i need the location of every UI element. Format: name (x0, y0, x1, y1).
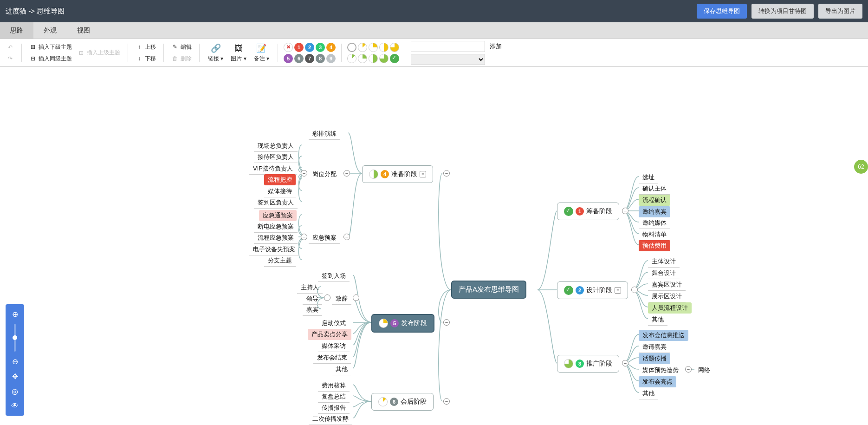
leaf-node[interactable]: 二次传播发酵 (309, 413, 352, 425)
collapse-toggle[interactable]: − (631, 287, 638, 293)
tab-shitu[interactable]: 视图 (67, 22, 100, 39)
delete-button[interactable]: 🗑删除 (169, 54, 194, 64)
leaf-node[interactable]: 领导 (303, 293, 322, 305)
zoom-in-button[interactable]: ⊕ (10, 309, 20, 319)
priority-9-icon[interactable]: 9 (326, 54, 336, 63)
leaf-node[interactable]: 选址 (639, 172, 658, 183)
progress-y75-icon[interactable] (390, 43, 399, 52)
leaf-node[interactable]: 网络 (694, 365, 714, 376)
priority-clear-icon[interactable]: ✕ (284, 43, 293, 52)
add-tag-button[interactable]: 添加 (485, 41, 506, 52)
image-button[interactable]: 🖼图片 ▾ (228, 42, 249, 64)
leaf-node[interactable]: 流程确认 (639, 195, 670, 206)
leaf-node[interactable]: 物料清单 (639, 229, 670, 241)
leaf-node[interactable]: 发布会信息推送 (639, 330, 688, 341)
leaf-node[interactable]: 嘉宾 (303, 304, 322, 316)
move-down-button[interactable]: ↓下移 (134, 54, 158, 64)
progress-g25-icon[interactable] (358, 54, 367, 63)
move-button[interactable]: ✥ (10, 371, 20, 381)
priority-6-icon[interactable]: 6 (294, 54, 304, 63)
insert-child-button[interactable]: ⊞插入下级主题 (27, 42, 74, 52)
breadcrumb-app[interactable]: 进度猫 (6, 7, 26, 15)
leaf-node[interactable]: 签到入场 (318, 270, 350, 282)
collapse-toggle[interactable]: − (353, 294, 359, 301)
note-indicator-icon[interactable]: ≡ (615, 287, 621, 294)
node-stage2[interactable]: 2 设计阶段 ≡ (557, 281, 628, 299)
leaf-node[interactable]: 分支主题 (264, 255, 296, 267)
node-stage6[interactable]: 6 会后阶段 (371, 393, 434, 411)
float-badge[interactable]: 62 (854, 160, 868, 174)
collapse-toggle[interactable]: − (685, 366, 692, 373)
redo-button[interactable]: ↷ (5, 54, 16, 63)
leaf-node[interactable]: 邀约媒体 (639, 217, 670, 229)
leaf-node[interactable]: 电子设备失预案 (249, 244, 299, 255)
leaf-node[interactable]: 人员流程设计 (648, 302, 692, 314)
collapse-toggle[interactable]: − (324, 294, 330, 301)
leaf-node[interactable]: 复盘总结 (318, 391, 350, 403)
leaf-node[interactable]: 其他 (648, 314, 667, 326)
root-node[interactable]: 产品A发布思维导图 (451, 281, 526, 299)
collapse-toggle[interactable]: − (443, 319, 450, 326)
collapse-toggle[interactable]: − (443, 398, 450, 405)
leaf-node[interactable]: 邀约嘉宾 (639, 206, 670, 217)
export-image-button[interactable]: 导出为图片 (818, 4, 862, 19)
tag-input[interactable] (411, 41, 485, 52)
insert-sibling-button[interactable]: ⊟插入同级主题 (27, 54, 74, 64)
tag-select[interactable] (411, 54, 485, 65)
zoom-out-button[interactable]: ⊖ (10, 356, 20, 366)
link-button[interactable]: 🔗链接 ▾ (205, 42, 226, 64)
leaf-node[interactable]: 彩排演练 (309, 128, 340, 140)
leaf-node[interactable]: 断电应急预案 (254, 221, 298, 233)
leaf-node[interactable]: 展示区设计 (648, 291, 686, 302)
leaf-node[interactable]: 主体设计 (648, 256, 680, 268)
leaf-node[interactable]: 应急通预案 (259, 210, 297, 221)
leaf-node[interactable]: 其他 (332, 364, 351, 375)
priority-1-icon[interactable]: 1 (294, 43, 304, 52)
preview-button[interactable]: 👁 (10, 401, 20, 411)
leaf-node[interactable]: 致辞 (332, 293, 351, 305)
priority-3-icon[interactable]: 3 (316, 43, 325, 52)
priority-7-icon[interactable]: 7 (305, 54, 314, 63)
collapse-toggle[interactable]: − (301, 234, 307, 240)
collapse-toggle[interactable]: − (343, 170, 350, 177)
leaf-node[interactable]: 媒体接待 (264, 186, 296, 197)
leaf-node[interactable]: 接待区负责人 (254, 151, 298, 163)
collapse-toggle[interactable]: − (622, 208, 628, 214)
progress-y25-icon[interactable] (369, 43, 378, 52)
leaf-node[interactable]: 应急预案 (309, 232, 340, 244)
leaf-node[interactable]: 流程应急预案 (254, 232, 298, 244)
progress-g12-icon[interactable] (347, 54, 356, 63)
leaf-node[interactable]: 启动仪式 (318, 318, 350, 329)
undo-button[interactable]: ↶ (5, 43, 16, 52)
progress-done-icon[interactable] (390, 54, 399, 63)
leaf-node[interactable]: 岗位分配 (309, 169, 340, 180)
node-stage3[interactable]: 3 推广阶段 (557, 355, 619, 373)
leaf-node[interactable]: 发布会结束 (313, 352, 351, 364)
move-up-button[interactable]: ↑上移 (134, 42, 158, 52)
collapse-toggle[interactable]: − (443, 170, 450, 177)
collapse-toggle[interactable]: − (622, 360, 628, 366)
leaf-node[interactable]: 其他 (639, 388, 658, 399)
leaf-node[interactable]: 签到区负责人 (254, 197, 298, 209)
node-stage5[interactable]: 5 发布阶段 (371, 314, 434, 333)
leaf-node[interactable]: 预估费用 (639, 240, 670, 251)
leaf-node[interactable]: 传播报告 (318, 402, 350, 414)
leaf-node[interactable]: 舞台设计 (648, 268, 680, 279)
leaf-node[interactable]: 费用核算 (318, 380, 350, 392)
leaf-node[interactable]: 流程把控 (264, 174, 296, 185)
progress-g75-icon[interactable] (379, 54, 389, 63)
note-button[interactable]: 📝备注 ▾ (251, 42, 272, 64)
priority-4-icon[interactable]: 4 (326, 43, 336, 52)
priority-2-icon[interactable]: 2 (305, 43, 314, 52)
progress-y12-icon[interactable] (358, 43, 367, 52)
leaf-node[interactable]: 嘉宾区设计 (648, 279, 686, 291)
mindmap-canvas[interactable]: 产品A发布思维导图 1 筹备阶段 − 选址 确认主体 流程确认 邀约嘉宾 邀约媒… (0, 67, 868, 425)
progress-clear-icon[interactable] (347, 43, 356, 52)
save-button[interactable]: 保存思维导图 (697, 4, 747, 19)
priority-8-icon[interactable]: 8 (316, 54, 325, 63)
tab-silu[interactable]: 思路 (0, 22, 33, 39)
leaf-node[interactable]: VIP接待负责人 (249, 163, 297, 175)
leaf-node[interactable]: 产品卖点分享 (308, 329, 351, 340)
leaf-node[interactable]: 媒体采访 (318, 340, 350, 352)
tab-waiguan[interactable]: 外观 (33, 22, 67, 39)
